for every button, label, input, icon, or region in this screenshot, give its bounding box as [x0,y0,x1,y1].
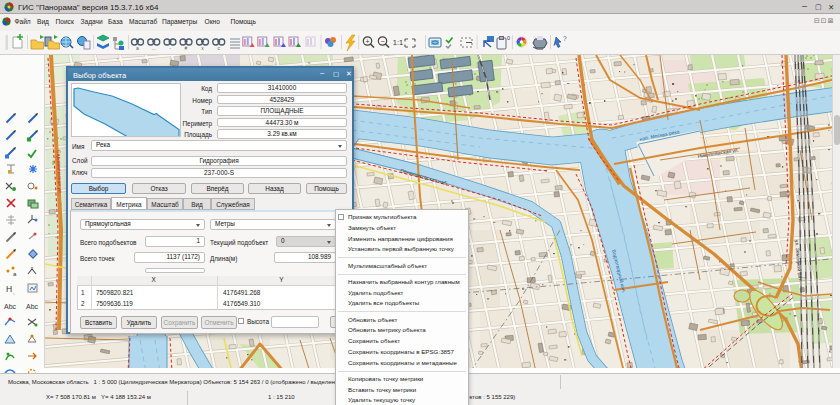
svg-text:Abc: Abc [26,303,39,310]
svg-text:1:1: 1:1 [393,38,403,47]
svg-text:c: c [218,45,221,51]
svg-text:?: ? [563,35,567,42]
svg-text:#: # [185,45,188,51]
svg-text:0: 0 [507,35,510,41]
svg-text:,: , [13,289,14,295]
svg-text:a: a [13,271,17,277]
svg-text:Abc: Abc [4,303,17,310]
svg-text:H: H [6,284,12,294]
svg-text:...: ... [152,45,156,51]
svg-text:-: - [169,45,171,51]
svg-text:+: + [365,38,369,45]
svg-text:−: − [380,38,384,45]
svg-text:a: a [136,45,139,51]
svg-text:x: x [201,45,204,51]
